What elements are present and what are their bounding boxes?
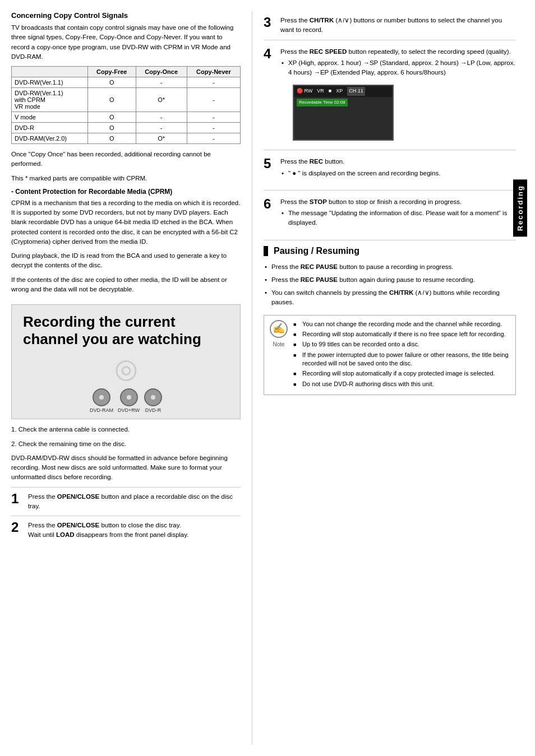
rec-pause-bold-2: REC PAUSE [301, 276, 338, 283]
step-3-chtrk: CH/TRK [310, 17, 334, 24]
step-6-content: Press the STOP button to stop or finish … [280, 197, 516, 235]
screen-recordable: Recordable Time 02:08 [294, 97, 393, 108]
table-cell-once: - [136, 123, 187, 133]
note-icon-area: ✍ Note [269, 320, 289, 391]
step-6-stop: STOP [310, 198, 327, 205]
table-cell-device: DVD-RW(Ver.1.1) [12, 77, 88, 88]
step-2-block: 2 Press the OPEN/CLOSE button to close t… [11, 516, 241, 545]
copy-control-table: Copy-Free Copy-Once Copy-Never DVD-RW(Ve… [11, 66, 241, 144]
step-2-bold-2: LOAD [56, 531, 75, 538]
after-table-2: This * marked parts are compatible with … [11, 174, 241, 183]
note-label: Note [273, 340, 284, 349]
cprm-text-1: CPRM is a mechanism that ties a recordin… [11, 198, 241, 247]
screen-dot-label: ■ [329, 87, 331, 95]
dvd-r-disc [144, 388, 162, 406]
note-box: ✍ Note You can not change the recording … [264, 315, 516, 396]
step-3-content: Press the CH/TRK (∧/∨) buttons or number… [280, 16, 516, 35]
table-cell-never: - [187, 77, 240, 88]
table-cell-free: O [88, 88, 136, 112]
dvd-r-label: DVD-R [145, 407, 162, 413]
dvd-ram-icon: DVD-RAM [90, 388, 113, 413]
side-tab: Recording [513, 179, 527, 236]
cprm-text-2: During playback, the ID is read from the… [11, 251, 241, 271]
after-table-1: Once "Copy Once" has been recorded, addi… [11, 150, 241, 169]
recording-box-title: Recording the current channel you are wa… [23, 313, 229, 348]
recording-watermark-icon: ◎ [23, 353, 229, 384]
table-cell-device: DVD-RAM(Ver.2.0) [12, 133, 88, 144]
table-header-copy-free: Copy-Free [88, 67, 136, 77]
pausing-bullets: Press the REC PAUSE button to pause a re… [264, 261, 516, 309]
step-4-bullet-1: XP (High, approx. 1 hour) →SP (Standard,… [280, 57, 516, 80]
table-cell-once: O* [136, 88, 187, 112]
step-5-bullet-1: " ● " is displayed on the screen and rec… [280, 167, 516, 180]
table-header-empty [12, 67, 88, 77]
step-6-block: 6 Press the STOP button to stop or finis… [264, 193, 516, 240]
dvd-ram-disc [93, 388, 110, 406]
screen-ch-label: CH 11 [347, 87, 365, 96]
pausing-bullet-3: You can switch channels by pressing the … [264, 286, 516, 309]
table-cell-free: O [88, 133, 136, 144]
table-header-copy-once: Copy-Once [136, 67, 187, 77]
table-row: V mode O - - [12, 112, 241, 123]
step-5-content: Press the REC button. " ● " is displayed… [280, 157, 516, 185]
table-cell-free: O [88, 112, 136, 123]
step-1-bold-1: OPEN/CLOSE [57, 493, 99, 500]
step-4-number: 4 [264, 47, 276, 146]
step-1-block: 1 Press the OPEN/CLOSE button and place … [11, 487, 241, 516]
note-item-2: Recording will stop automatically if the… [293, 330, 511, 338]
note-item-1: You can not change the recording mode an… [293, 320, 511, 328]
table-cell-once: - [136, 112, 187, 123]
table-cell-device: DVD-RW(Ver.1.1)with CPRMVR mode [12, 88, 88, 112]
step-3-block: 3 Press the CH/TRK (∧/∨) buttons or numb… [264, 11, 516, 40]
chtrk-bold: CH/TRK [389, 289, 413, 296]
screen-rw-label: 🔴 RW [297, 87, 312, 95]
table-cell-never: - [187, 123, 240, 133]
cprm-title: - Content Protection for Recordable Medi… [11, 188, 241, 196]
step-6-bullet-1: The message "Updating the information of… [280, 207, 516, 230]
pausing-title: Pausing / Resuming [264, 246, 516, 256]
step-4-recspeed: REC SPEED [310, 48, 347, 55]
table-row: DVD-RW(Ver.1.1) O - - [12, 77, 241, 88]
dvd-rw-label: DVD+RW [118, 407, 140, 413]
table-cell-never: - [187, 112, 240, 123]
table-row: DVD-RAM(Ver.2.0) O O* - [12, 133, 241, 144]
step-2-bold-1: OPEN/CLOSE [57, 522, 99, 528]
left-column: Concerning Copy Control Signals TV broad… [11, 11, 252, 745]
note-items: You can not change the recording mode an… [293, 320, 511, 391]
table-cell-once: - [136, 77, 187, 88]
table-cell-device: DVD-R [12, 123, 88, 133]
table-cell-once: O* [136, 133, 187, 144]
step-4-bullets: XP (High, approx. 1 hour) →SP (Standard,… [280, 57, 516, 80]
screen-recordable-label: Recordable Time 02:08 [297, 99, 348, 106]
note-item-6: Do not use DVD-R authoring discs with th… [293, 380, 511, 388]
pre-step-2: 2. Check the remaining time on the disc. [11, 439, 241, 449]
step-5-number: 5 [264, 157, 276, 185]
table-cell-never: - [187, 88, 240, 112]
table-cell-free: O [88, 77, 136, 88]
step-2-number: 2 [11, 521, 24, 540]
pre-steps-text: DVD-RAM/DVD-RW discs should be formatted… [11, 453, 241, 483]
screen-vr-label: VR [317, 87, 324, 95]
step-4-block: 4 Press the REC SPEED button repeatedly,… [264, 43, 516, 151]
disc-icons-row: DVD-RAM DVD+RW DVD-R [23, 388, 229, 413]
section-title: Concerning Copy Control Signals [11, 11, 241, 20]
note-icon: ✍ [270, 320, 288, 338]
table-cell-device: V mode [12, 112, 88, 123]
dvd-ram-label: DVD-RAM [90, 407, 113, 413]
table-cell-never: - [187, 133, 240, 144]
recording-box: Recording the current channel you are wa… [11, 304, 241, 419]
pre-step-1: 1. Check the antenna cable is connected. [11, 425, 241, 434]
screen-xp-label: XP [336, 87, 343, 95]
table-row: DVD-R O - - [12, 123, 241, 133]
note-item-4: If the power interrupted due to power fa… [293, 351, 511, 368]
note-item-5: Recording will stop automatically if a c… [293, 369, 511, 378]
dvd-r-icon: DVD-R [144, 388, 162, 413]
table-row: DVD-RW(Ver.1.1)with CPRMVR mode O O* - [12, 88, 241, 112]
pausing-bullet-2: Press the REC PAUSE button again during … [264, 273, 516, 286]
step-5-block: 5 Press the REC button. " ● " is display… [264, 152, 516, 191]
step-2-content: Press the OPEN/CLOSE button to close the… [28, 521, 241, 540]
pausing-bullet-1: Press the REC PAUSE button to pause a re… [264, 261, 516, 273]
step-4-content: Press the REC SPEED button repeatedly, t… [280, 47, 516, 146]
cprm-text-3: If the contents of the disc are copied t… [11, 275, 241, 295]
step-3-number: 3 [264, 16, 276, 35]
